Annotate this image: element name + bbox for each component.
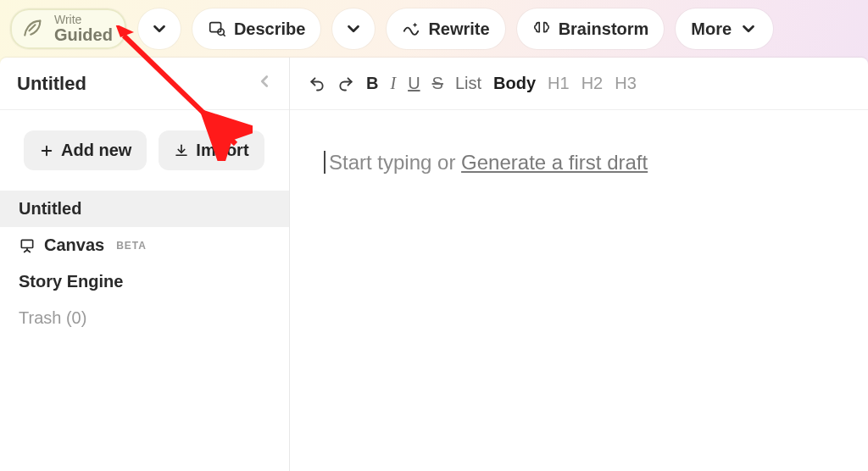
sidebar-item-canvas[interactable]: Canvas BETA [0,227,289,263]
more-button[interactable]: More [676,8,773,49]
undo-button[interactable] [309,75,326,92]
list-button[interactable]: List [455,74,481,93]
chevron-down-icon [150,19,169,38]
h1-button[interactable]: H1 [548,74,570,93]
describe-label: Describe [234,19,306,39]
sidebar-item-label: Canvas [44,236,104,255]
undo-icon [309,75,326,92]
sidebar: Untitled Add new Import Untitled [0,58,290,471]
redo-button[interactable] [337,75,354,92]
sidebar-item-label: Untitled [19,199,81,219]
sidebar-header: Untitled [0,58,289,110]
editor-body[interactable]: Start typing or Generate a first draft [290,110,868,471]
svg-rect-5 [21,240,32,247]
chevron-down-icon [739,19,758,38]
add-new-label: Add new [61,141,131,160]
top-toolbar: Write Guided Describe Rewrite Brainstorm [0,0,868,58]
project-title: Untitled [17,73,86,95]
format-toolbar: B I U S List Body H1 H2 H3 [290,58,868,110]
plus-icon [39,143,54,158]
describe-icon [208,19,226,38]
brainstorm-icon [532,19,551,38]
rewrite-icon [402,19,420,38]
write-guided-button[interactable]: Write Guided [10,8,126,49]
more-label: More [691,19,732,39]
rewrite-button[interactable]: Rewrite [387,8,504,49]
body-style-button[interactable]: Body [493,74,536,93]
add-new-button[interactable]: Add new [24,130,147,170]
describe-button[interactable]: Describe [192,8,321,49]
easel-icon [19,237,36,254]
generate-first-draft-link[interactable]: Generate a first draft [461,151,648,174]
h3-button[interactable]: H3 [615,74,637,93]
sidebar-item-label: Story Engine [19,272,123,291]
beta-badge: BETA [116,240,147,252]
import-icon [174,143,189,158]
sidebar-item-story-engine[interactable]: Story Engine [0,263,289,300]
h2-button[interactable]: H2 [581,74,604,93]
chevron-down-icon [344,19,363,38]
import-button[interactable]: Import [159,130,264,170]
sidebar-item-trash[interactable]: Trash (0) [0,300,289,336]
svg-line-2 [223,34,225,36]
sidebar-item-label: Trash (0) [19,308,86,328]
brainstorm-button[interactable]: Brainstorm [517,8,665,49]
editor-placeholder: Start typing or Generate a first draft [324,151,648,174]
sidebar-nav: Untitled Canvas BETA Story Engine Trash … [0,191,289,336]
editor-panel: B I U S List Body H1 H2 H3 Start typing … [290,58,868,471]
rewrite-label: Rewrite [428,19,489,39]
strike-button[interactable]: S [432,74,443,93]
write-dropdown-caret[interactable] [138,8,181,49]
redo-icon [337,75,354,92]
sidebar-item-untitled[interactable]: Untitled [0,191,289,227]
svg-rect-0 [210,23,221,32]
bold-button[interactable]: B [366,74,378,93]
describe-dropdown-caret[interactable] [332,8,375,49]
underline-button[interactable]: U [408,74,420,93]
chevron-left-icon [255,72,274,91]
svg-line-8 [27,250,30,252]
write-small-label: Write [54,14,113,25]
import-label: Import [196,141,248,160]
main-panel: Untitled Add new Import Untitled [0,58,868,471]
sidebar-collapse-button[interactable] [255,72,274,96]
feather-icon [20,17,44,41]
brainstorm-label: Brainstorm [559,19,649,39]
sidebar-actions: Add new Import [0,110,289,191]
italic-button[interactable]: I [390,74,396,93]
write-big-label: Guided [54,25,113,44]
